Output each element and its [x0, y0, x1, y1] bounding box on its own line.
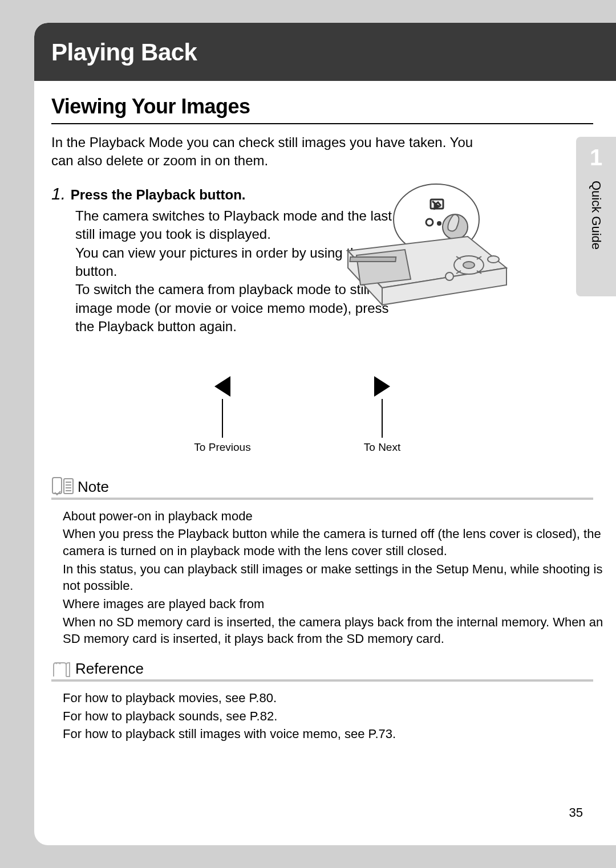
nav-connector-line — [222, 399, 223, 438]
nav-diagram: To Previous To Next — [183, 376, 422, 454]
chapter-side-tab: 1 Quick Guide — [576, 137, 616, 296]
nav-previous: To Previous — [183, 376, 262, 454]
page-number: 35 — [569, 805, 583, 820]
right-arrow-icon — [374, 376, 390, 397]
note-line: Where images are played back from — [63, 596, 616, 613]
reference-icon — [51, 661, 72, 678]
manual-page: Playing Back Viewing Your Images In the … — [34, 23, 616, 845]
note-icon — [51, 476, 74, 496]
chapter-title-bar: Playing Back — [34, 23, 616, 81]
side-tab-number: 1 — [590, 145, 602, 170]
note-line: In this status, you can playback still i… — [63, 561, 616, 594]
nav-next-label: To Next — [364, 441, 400, 454]
note-line: About power-on in playback mode — [63, 508, 616, 525]
step-title: Press the Playback button. — [71, 187, 246, 202]
svg-point-4 — [437, 221, 441, 226]
reference-callout: Reference For how to playback movies, se… — [51, 660, 616, 743]
note-callout: Note About power-on in playback mode Whe… — [51, 476, 616, 648]
note-heading: Note — [51, 476, 593, 500]
left-arrow-icon — [214, 376, 230, 397]
chapter-title: Playing Back — [51, 39, 197, 66]
nav-connector-line — [382, 399, 383, 438]
svg-point-12 — [463, 262, 475, 268]
reference-title: Reference — [75, 660, 144, 678]
reference-line: For how to playback still images with vo… — [63, 726, 616, 743]
svg-marker-9 — [356, 250, 411, 285]
svg-rect-10 — [350, 257, 396, 262]
svg-point-14 — [488, 256, 499, 263]
svg-rect-20 — [64, 479, 73, 494]
reference-line: For how to playback sounds, see P.82. — [63, 708, 616, 725]
nav-previous-label: To Previous — [194, 441, 250, 454]
intro-text: In the Playback Mode you can check still… — [51, 133, 616, 170]
nav-next: To Next — [342, 376, 422, 454]
side-tab-label: Quick Guide — [589, 181, 603, 250]
note-body: About power-on in playback mode When you… — [63, 508, 616, 648]
note-line: When you press the Playback button while… — [63, 525, 616, 559]
svg-point-13 — [445, 272, 453, 280]
step-number: 1. — [51, 184, 66, 203]
note-title: Note — [78, 478, 109, 496]
reference-line: For how to playback movies, see P.80. — [63, 690, 616, 707]
camera-illustration — [325, 182, 519, 313]
page-content: Viewing Your Images In the Playback Mode… — [34, 81, 616, 743]
note-line: When no SD memory card is inserted, the … — [63, 614, 616, 647]
reference-body: For how to playback movies, see P.80. Fo… — [63, 690, 616, 743]
reference-heading: Reference — [51, 660, 593, 682]
section-title: Viewing Your Images — [51, 95, 593, 124]
